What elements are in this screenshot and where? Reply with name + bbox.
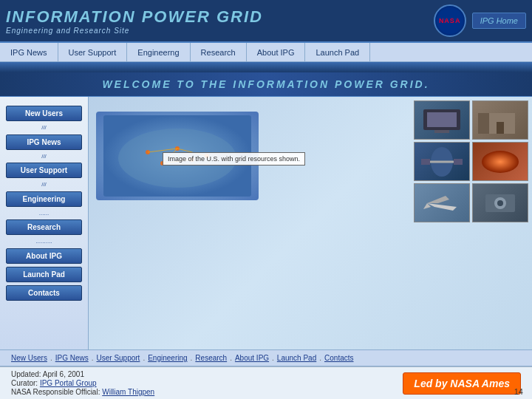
nav-item-engineering[interactable]: Engineerng <box>127 43 190 61</box>
ipg-home-button[interactable]: IPG Home <box>472 13 526 29</box>
page-header: INFORMATION POWER GRID Engineering and R… <box>0 0 532 43</box>
nav-item-research[interactable]: Research <box>191 43 247 61</box>
sidebar-btn-new-users[interactable]: New Users <box>6 106 82 121</box>
svg-point-21 <box>482 151 519 173</box>
sidebar-sub-4: ...... <box>6 210 82 217</box>
header-right: NASA IPG Home <box>434 4 526 37</box>
footer-info: Updated: April 6, 2001 Curator: IPG Port… <box>11 370 154 396</box>
bottom-link-new-users[interactable]: New Users <box>11 354 47 362</box>
sidebar-btn-launch-pad[interactable]: Launch Pad <box>6 267 82 282</box>
main-content: WELCOME TO THE INFORMATION POWER GRID. N… <box>0 72 532 399</box>
photo-plane <box>414 183 470 222</box>
site-title: INFORMATION POWER GRID <box>6 7 263 27</box>
svg-rect-20 <box>454 159 463 165</box>
photo-computer <box>414 100 470 140</box>
decorative-stripe <box>0 62 532 72</box>
page-footer: Updated: April 6, 2001 Curator: IPG Port… <box>0 366 532 399</box>
site-subtitle: Engineering and Research Site <box>6 27 263 35</box>
svg-rect-12 <box>427 112 457 127</box>
nav-item-ipg-news[interactable]: IPG News <box>0 43 58 61</box>
photo-building <box>472 100 528 140</box>
sidebar-sub-3: /// <box>6 181 82 188</box>
nasa-label: NASA <box>439 17 461 24</box>
sidebar-sub-5: .......... <box>6 238 82 245</box>
updated-label: Updated: <box>11 370 41 378</box>
bottom-link-engineering[interactable]: Engineering <box>148 354 187 362</box>
responsible-label: NASA Responsible Official: <box>11 388 100 396</box>
sidebar-btn-ipg-news[interactable]: IPG News <box>6 134 82 150</box>
svg-rect-15 <box>478 113 489 134</box>
curator-link[interactable]: IPG Portal Group <box>40 379 97 387</box>
nav-item-user-support[interactable]: User Support <box>58 43 128 61</box>
led-by-nasa-badge: Led by NASA Ames <box>403 372 521 395</box>
welcome-banner: WELCOME TO THE INFORMATION POWER GRID. <box>0 72 532 97</box>
page-number: 14 <box>514 387 523 396</box>
us-map-image: Image of the U.S. with grid resources sh… <box>96 112 259 200</box>
nav-item-launch-pad[interactable]: Launch Pad <box>305 43 370 61</box>
photo-3d-render <box>472 142 528 181</box>
bottom-link-launch-pad[interactable]: Launch Pad <box>277 354 316 362</box>
bottom-link-research[interactable]: Research <box>195 354 227 362</box>
bottom-link-user-support[interactable]: User Support <box>96 354 140 362</box>
bottom-link-about-ipg[interactable]: About IPG <box>235 354 269 362</box>
sidebar-btn-about-ipg[interactable]: About IPG <box>6 248 82 264</box>
center-main: Image of the U.S. with grid resources sh… <box>89 97 532 349</box>
sidebar-btn-research[interactable]: Research <box>6 219 82 235</box>
responsible-link[interactable]: William Thigpen <box>102 388 154 396</box>
curator-line: Curator: IPG Portal Group <box>11 379 154 387</box>
photo-machine <box>472 183 528 222</box>
svg-marker-22 <box>427 203 457 211</box>
responsible-line: NASA Responsible Official: William Thigp… <box>11 388 154 396</box>
sidebar-btn-contacts[interactable]: Contacts <box>6 285 82 301</box>
svg-rect-19 <box>421 159 430 165</box>
svg-rect-13 <box>434 130 449 133</box>
photo-grid <box>414 100 528 222</box>
updated-value: April 6, 2001 <box>43 370 84 378</box>
sidebar-sub-2: /// <box>6 153 82 160</box>
nav-item-about-ipg[interactable]: About IPG <box>247 43 306 61</box>
sidebar-sub-1: /// <box>6 124 82 132</box>
curator-label: Curator: <box>11 379 38 387</box>
sidebar: New Users /// IPG News /// User Support … <box>0 97 89 349</box>
sidebar-btn-engineering[interactable]: Engineering <box>6 191 82 207</box>
svg-rect-16 <box>497 122 504 134</box>
svg-point-27 <box>497 200 503 206</box>
nasa-logo: NASA <box>434 4 466 37</box>
photo-satellite <box>414 142 470 181</box>
sidebar-btn-user-support[interactable]: User Support <box>6 163 82 178</box>
header-branding: INFORMATION POWER GRID Engineering and R… <box>6 7 263 35</box>
content-area: New Users /// IPG News /// User Support … <box>0 97 532 349</box>
bottom-link-contacts[interactable]: Contacts <box>324 354 353 362</box>
updated-line: Updated: April 6, 2001 <box>11 370 154 378</box>
map-caption: Image of the U.S. with grid resources sh… <box>163 152 305 166</box>
bottom-link-ipg-news[interactable]: IPG News <box>55 354 89 362</box>
top-navigation: IPG News User Support Engineerng Researc… <box>0 43 532 62</box>
bottom-links-bar: New Users . IPG News . User Support . En… <box>0 349 532 366</box>
svg-marker-23 <box>427 196 449 203</box>
